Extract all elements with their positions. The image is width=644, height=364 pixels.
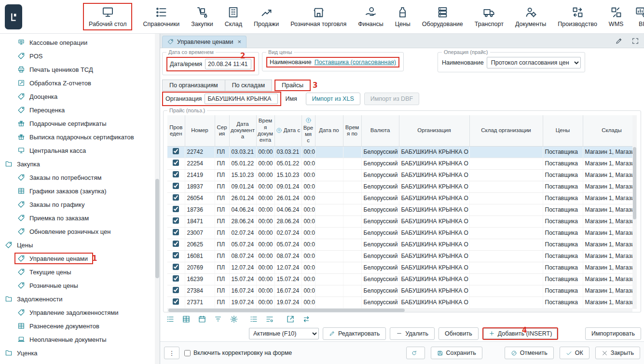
table-vertical-scrollbar[interactable] [632,115,637,308]
col-prices[interactable]: Цены [543,115,583,146]
col-currency[interactable]: Валюта [361,115,399,146]
cancel-button[interactable]: Отменить [505,347,554,359]
sidebar-item[interactable]: Подарочные сертификаты [0,117,160,130]
tab-close-icon[interactable]: × [237,38,241,45]
table-row[interactable]: 20625 ПЛ 05.07.24 00:00 05.07.24 00:00 Б… [167,239,637,250]
gear-icon[interactable] [230,315,238,324]
more-button[interactable]: ⋮ [164,347,179,359]
save-button[interactable]: Сохранить [431,347,482,359]
sort-asc-icon[interactable] [276,127,282,134]
sidebar-item[interactable]: Дооценка [0,90,160,103]
form-correction-checkbox[interactable] [184,350,191,356]
ribbon-item[interactable]: Документы [514,4,547,29]
sidebar-item[interactable]: Кассовые операции [0,36,160,49]
subtab[interactable]: По складам [225,80,272,91]
sidebar-item[interactable]: Выписка подарочных сертификатов [0,130,160,144]
ribbon-item[interactable]: Транспорт [474,4,505,29]
row-checkbox[interactable] [173,252,179,258]
table-row[interactable]: 22742 ПЛ 03.03.21 00:00 03.03.21 00:00 Б… [167,146,637,158]
table-row[interactable]: 18471 ПЛ 28.06.24 00:00 28.06.24 00:00 Б… [167,216,637,227]
table-horizontal-scrollbar[interactable] [167,308,632,312]
sidebar-scrollbar[interactable] [155,34,160,364]
row-checkbox[interactable] [173,160,179,166]
sidebar-item[interactable]: Заказы по потребностям [0,171,160,184]
operation-select[interactable]: Протокол согласования цен [487,57,581,68]
col-warehouses[interactable]: Склады [583,115,637,146]
row-checkbox[interactable] [173,194,179,201]
col-date-from[interactable]: Дата с [274,115,301,146]
funnel-icon[interactable] [214,315,222,324]
ribbon-item[interactable]: BI [634,4,644,29]
organization-input[interactable] [205,94,278,104]
row-checkbox[interactable] [173,298,179,305]
external-icon[interactable] [286,315,295,324]
col-number[interactable]: Номер [185,115,215,146]
viewlist-icon[interactable] [166,315,175,324]
sidebar-item[interactable]: Центральная касса [0,144,160,157]
swap-icon[interactable] [302,315,311,324]
table-row[interactable]: 23007 ПЛ 02.07.24 00:00 02.07.24 00:00 Б… [167,227,637,239]
record-filter-select[interactable]: Активные (F10) [249,328,319,339]
table-row[interactable]: 22254 ПЛ 05.01.22 00:00 05.01.22 00:00 Б… [167,158,637,169]
refresh-list-button[interactable]: Обновить [438,327,479,340]
calendar-icon[interactable] [198,315,206,324]
row-checkbox[interactable] [173,171,179,177]
ribbon-item[interactable]: Оборудование [421,4,464,29]
row-checkbox[interactable] [173,241,179,247]
col-doc-time[interactable]: Время документа [256,115,274,146]
sidebar-item[interactable]: Обновление розничных цен [0,225,160,238]
sidebar-item[interactable]: Заказы по графику [0,198,160,211]
row-checkbox[interactable] [173,264,179,270]
add-button[interactable]: Добавить (INSERT) [482,327,559,340]
row-checkbox[interactable] [173,275,179,282]
sidebar-item[interactable]: Разнесение документов [0,319,160,333]
table-row[interactable]: 27371 ПЛ 19.07.24 00:00 19.07.24 00:00 Б… [167,297,637,308]
sidebar-item[interactable]: Цены [0,238,160,252]
col-series[interactable]: Серия [215,115,229,146]
col-doc-date[interactable]: Дата документа [229,115,256,146]
sidebar-item[interactable]: Переоценка [0,103,160,117]
row-checkbox[interactable] [173,229,179,235]
sidebar-item[interactable]: Неоплаченные документы [0,333,160,346]
table-icon[interactable] [182,315,191,324]
fullscreen-icon[interactable] [631,37,639,45]
sort-asc-icon[interactable] [305,117,312,123]
delete-button[interactable]: Удалить [390,327,435,340]
ribbon-item[interactable]: WMS [608,4,625,29]
sidebar-item[interactable]: Графики заказов (закупка) [0,184,160,198]
col-organization[interactable]: Организация [399,115,469,146]
table-vscroll-thumb[interactable] [633,147,636,219]
import-xls-button[interactable]: Импорт из XLS [306,93,360,105]
sidebar-item[interactable]: Приемка по заказам [0,211,160,225]
table-hscroll-thumb[interactable] [168,309,405,312]
edit-button[interactable]: Редактировать [323,327,386,340]
price-type-link[interactable]: Поставщика (согласованная) [315,59,396,66]
ribbon-item[interactable]: Закупки [190,4,214,29]
row-checkbox[interactable] [173,148,179,154]
row-checkbox[interactable] [173,206,179,212]
table-row[interactable]: 27384 ПЛ 16.07.24 00:00 16.07.24 00:00 Б… [167,285,637,297]
col-time-to[interactable]: Время по [343,115,361,146]
datetime-input[interactable] [205,59,251,69]
ribbon-item[interactable]: Розничная торговля [289,4,347,29]
sidebar-item[interactable]: Управление задолженностями [0,306,160,319]
table-row[interactable]: 21419 ПЛ 15.10.23 00:00 15.10.23 00:00 Б… [167,169,637,181]
sidebar-item[interactable]: Управление ценами [14,253,93,264]
edit-form-icon[interactable] [615,37,623,45]
ribbon-item[interactable]: Продажи [253,4,280,29]
col-org-warehouse[interactable]: Склад организации [469,115,543,146]
row-checkbox[interactable] [173,183,179,189]
sidebar-item[interactable]: Печать ценников ТСД [0,63,160,76]
olist-icon[interactable] [249,315,258,324]
table-row[interactable]: 18937 ПЛ 09.01.24 00:00 09.01.24 00:00 Б… [167,181,637,192]
import-dbf-button[interactable]: Импорт из DBF [364,93,419,105]
sidebar-item[interactable]: Розничные цены [0,279,160,292]
row-checkbox[interactable] [173,217,179,224]
app-logo[interactable] [5,4,22,29]
col-date-to[interactable]: Дата по [315,115,343,146]
ribbon-item[interactable]: Справочники [142,4,180,29]
table-row[interactable]: 18736 ПЛ 04.06.24 00:00 04.06.24 00:00 Б… [167,204,637,216]
ribbon-item[interactable]: Склад [224,4,243,29]
ribbon-item[interactable]: Цены [394,4,411,29]
ribbon-item[interactable]: Рабочий стол [83,3,132,30]
